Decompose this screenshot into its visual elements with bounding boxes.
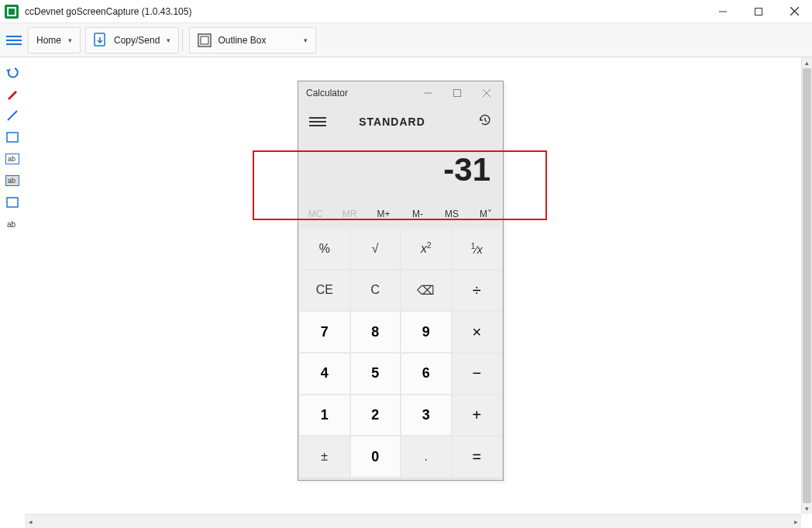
calculator-close-button[interactable] [472, 82, 501, 104]
vertical-scroll-thumb[interactable] [803, 68, 811, 503]
ribbon-home-label: Home [36, 35, 61, 46]
calculator-menu-icon[interactable] [309, 117, 326, 126]
five-key[interactable]: 5 [351, 354, 401, 394]
ribbon-home-group[interactable]: Home ▾ [28, 27, 81, 53]
svg-line-7 [8, 111, 17, 120]
calculator-title: Calculator [306, 88, 348, 98]
undo-tool-icon[interactable] [4, 64, 21, 81]
scroll-right-arrow-icon[interactable]: ▸ [790, 515, 801, 528]
calculator-display: -31 [298, 139, 503, 201]
zero-key[interactable]: 0 [351, 437, 401, 477]
memory-list-button[interactable]: M˅ [469, 201, 503, 227]
svg-rect-1 [755, 8, 762, 15]
svg-text:ab: ab [8, 155, 15, 163]
equals-key[interactable]: = [452, 437, 502, 477]
memory-store-button[interactable]: MS [435, 201, 469, 227]
outline-box-icon [194, 30, 215, 50]
memory-add-button[interactable]: M+ [366, 201, 401, 227]
rectangle-tool2-icon[interactable] [4, 194, 21, 211]
text-box-tool-icon[interactable]: ab [4, 150, 21, 167]
vertical-scrollbar[interactable]: ▴ ▾ [801, 57, 812, 514]
three-key[interactable]: 3 [401, 395, 451, 436]
ribbon-toolbar: Home ▾ Copy/Send ▾ Outline Box ▾ [0, 23, 812, 57]
square-key[interactable]: x2 [401, 229, 451, 269]
divide-key[interactable]: ÷ [452, 271, 502, 311]
decimal-key[interactable]: . [401, 437, 451, 477]
text-tool-icon[interactable]: ab [4, 216, 21, 233]
app-icon [5, 5, 19, 19]
history-icon[interactable] [478, 113, 492, 130]
plus-key[interactable]: + [452, 395, 502, 436]
calculator-mode-label: STANDARD [359, 116, 425, 128]
svg-text:ab: ab [7, 220, 16, 229]
titlebar-left: ccDevnet goScreenCapture (1.0.43.105) [0, 5, 191, 19]
calculator-window: Calculator STANDARD -31 MC MR M+ M- MS M… [298, 81, 504, 481]
memory-subtract-button[interactable]: M- [401, 201, 435, 227]
percent-key[interactable]: % [300, 229, 349, 269]
svg-rect-8 [7, 133, 18, 142]
left-toolstrip: ab ab ab [0, 57, 25, 233]
titlebar-controls [705, 0, 812, 23]
calculator-maximize-button[interactable] [442, 82, 472, 104]
app-title: ccDevnet goScreenCapture (1.0.43.105) [25, 6, 191, 17]
chevron-down-icon[interactable]: ▾ [300, 36, 311, 44]
ribbon-outline-box-label: Outline Box [218, 35, 266, 46]
scroll-up-arrow-icon[interactable]: ▴ [802, 57, 812, 68]
clear-key[interactable]: C [351, 271, 401, 311]
sqrt-key[interactable]: √ [351, 229, 401, 269]
reciprocal-key[interactable]: 1⁄x [452, 229, 502, 269]
ribbon-separator [182, 29, 183, 51]
ribbon-outline-box-group[interactable]: Outline Box ▾ [189, 27, 316, 53]
seven-key[interactable]: 7 [300, 312, 349, 352]
six-key[interactable]: 6 [401, 354, 451, 394]
chevron-down-icon[interactable]: ▾ [64, 36, 75, 44]
one-key[interactable]: 1 [300, 395, 349, 436]
ribbon-copy-send-group[interactable]: Copy/Send ▾ [85, 27, 179, 53]
calculator-header: STANDARD [298, 105, 503, 139]
scroll-left-arrow-icon[interactable]: ◂ [25, 515, 36, 528]
scroll-down-arrow-icon[interactable]: ▾ [802, 503, 812, 514]
svg-rect-13 [7, 198, 18, 207]
two-key[interactable]: 2 [351, 395, 401, 436]
memory-clear-button[interactable]: MC [298, 201, 332, 227]
blue-pen-tool-icon[interactable] [4, 107, 21, 124]
calculator-window-controls [413, 82, 501, 104]
calculator-memory-row: MC MR M+ M- MS M˅ [298, 201, 503, 227]
red-pen-tool-icon[interactable] [4, 85, 21, 102]
copy-send-icon [91, 30, 111, 50]
clear-entry-key[interactable]: CE [300, 271, 349, 311]
svg-rect-16 [454, 90, 461, 97]
calculator-display-value: -31 [443, 151, 490, 188]
ribbon-hamburger-icon[interactable] [5, 31, 23, 50]
svg-line-20 [485, 120, 487, 122]
close-button[interactable] [776, 0, 812, 23]
chevron-down-icon[interactable]: ▾ [163, 36, 174, 44]
memory-recall-button[interactable]: MR [332, 201, 366, 227]
calculator-minimize-button[interactable] [413, 82, 442, 104]
calculator-titlebar[interactable]: Calculator [298, 81, 503, 105]
backspace-key[interactable]: ⌫ [401, 271, 451, 311]
calculator-keypad: % √ x2 1⁄x CE C ⌫ ÷ 7 8 9 × 4 5 6 − 1 2 … [298, 227, 503, 480]
horizontal-scrollbar[interactable]: ◂ ▸ [25, 514, 801, 528]
minimize-button[interactable] [705, 0, 741, 23]
rectangle-tool-icon[interactable] [4, 129, 21, 146]
negate-key[interactable]: ± [300, 437, 349, 477]
ribbon-copy-send-label: Copy/Send [114, 35, 160, 46]
four-key[interactable]: 4 [300, 354, 349, 394]
nine-key[interactable]: 9 [401, 312, 451, 352]
app-titlebar: ccDevnet goScreenCapture (1.0.43.105) [0, 0, 812, 23]
minus-key[interactable]: − [452, 354, 502, 394]
svg-text:ab: ab [8, 177, 15, 185]
filled-text-box-tool-icon[interactable]: ab [4, 172, 21, 189]
maximize-button[interactable] [741, 0, 776, 23]
eight-key[interactable]: 8 [351, 312, 401, 352]
multiply-key[interactable]: × [452, 312, 502, 352]
svg-rect-6 [201, 36, 208, 44]
